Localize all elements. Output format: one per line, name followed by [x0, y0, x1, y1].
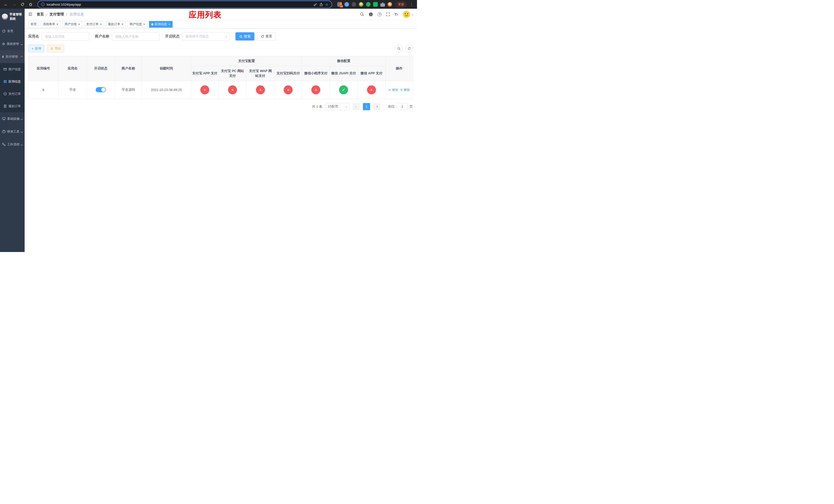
- status-select[interactable]: 请选择开启状态: [182, 32, 230, 41]
- refund-doc-icon: [3, 104, 7, 108]
- refresh-table-button[interactable]: [405, 45, 413, 52]
- browser-profile-avatar[interactable]: [388, 2, 392, 7]
- github-icon[interactable]: [369, 12, 373, 17]
- delete-link[interactable]: 删除: [400, 88, 410, 92]
- page-size-select[interactable]: 10条/页: [326, 103, 350, 110]
- col-header-wx-app: 微信 APP 支付: [357, 66, 386, 81]
- tab-refund-order[interactable]: 退款订单×: [106, 21, 126, 28]
- close-icon[interactable]: ×: [168, 23, 170, 26]
- group-header-wechat: 微信配置: [302, 56, 386, 66]
- extension-icon[interactable]: 10: [337, 2, 342, 7]
- yen-icon: ¥: [2, 55, 4, 59]
- col-header-alipay-wap: 支付宝 WAP 网站支付: [246, 66, 274, 81]
- app-name-input[interactable]: [42, 32, 89, 41]
- extension-icon[interactable]: [366, 2, 371, 7]
- sidebar-collapse-button[interactable]: [28, 12, 32, 17]
- chevron-down-icon: [21, 43, 23, 45]
- export-button[interactable]: 导出: [47, 45, 64, 52]
- pagination: 共 1 条 10条/页 1 前往 页: [28, 103, 413, 110]
- tab-pay-order[interactable]: 支付订单×: [84, 21, 104, 28]
- browser-menu-icon[interactable]: ⋮: [409, 2, 414, 7]
- close-icon[interactable]: ×: [78, 23, 80, 26]
- merchant-name-input[interactable]: [112, 32, 159, 41]
- cell-created: 2021-10-23 08:49:25: [142, 81, 191, 99]
- status-toggle[interactable]: [96, 87, 106, 92]
- breadcrumb-home[interactable]: 首页: [37, 12, 44, 17]
- sidebar-item-app-info[interactable]: 应用信息: [0, 75, 25, 88]
- sidebar-item-system[interactable]: ⚙ 系统管理: [0, 38, 25, 50]
- extension-icon[interactable]: [352, 2, 356, 7]
- breadcrumb-pay[interactable]: 支付管理: [49, 12, 64, 17]
- workflow-icon: [2, 142, 6, 146]
- close-icon[interactable]: ×: [143, 23, 145, 26]
- next-page-button[interactable]: [373, 103, 380, 110]
- goto-page-input[interactable]: [397, 103, 408, 110]
- search-button[interactable]: 搜索: [236, 32, 255, 41]
- bookmark-star-icon[interactable]: ☆: [325, 3, 329, 6]
- share-icon[interactable]: [319, 3, 323, 6]
- browser-update-button[interactable]: 更新: [395, 1, 407, 8]
- chevron-right-icon: [376, 105, 378, 108]
- chevron-down-icon: [21, 131, 23, 133]
- fullscreen-icon[interactable]: [386, 12, 390, 17]
- close-icon[interactable]: ×: [122, 23, 124, 26]
- sidebar-item-pay[interactable]: ¥ 支付管理: [0, 50, 25, 63]
- pencil-icon: [388, 88, 391, 91]
- home-icon: [29, 3, 32, 6]
- caret-down-icon: [412, 13, 414, 15]
- browser-home-button[interactable]: [27, 1, 34, 8]
- browser-back-button[interactable]: ←: [3, 1, 9, 8]
- tab-app-info[interactable]: 应用信息×: [149, 21, 173, 28]
- edit-link[interactable]: 修改: [388, 88, 398, 92]
- close-icon[interactable]: ×: [57, 23, 59, 26]
- sidebar-item-pay-order[interactable]: 支付订单: [0, 88, 25, 100]
- sidebar-item-workflow[interactable]: 工作流程: [0, 138, 25, 151]
- pay-submenu: 商户信息 应用信息 支付订单 退款订单: [0, 63, 25, 112]
- tab-merchant-info[interactable]: 商户信息×: [127, 21, 148, 28]
- help-icon[interactable]: ?: [377, 12, 381, 17]
- menu-fold-icon: [28, 12, 32, 17]
- page-number-active[interactable]: 1: [363, 103, 370, 110]
- password-key-icon[interactable]: [313, 3, 317, 6]
- cell-merchant: 芋道源码: [115, 81, 142, 99]
- extensions-puzzle-icon[interactable]: [380, 2, 385, 7]
- monitor-icon: [2, 117, 6, 120]
- browser-reload-button[interactable]: [19, 1, 26, 8]
- breadcrumb-current: 应用信息: [69, 12, 84, 17]
- sidebar-item-devtools[interactable]: 研发工具: [0, 125, 25, 138]
- sidebar-item-refund-order[interactable]: 退款订单: [0, 100, 25, 112]
- status-badge-alipay-app: ×: [200, 85, 209, 94]
- tab-home[interactable]: 首页: [28, 21, 39, 28]
- extension-icon[interactable]: [345, 2, 349, 7]
- tab-process-form[interactable]: 流程表单×: [41, 21, 61, 28]
- user-avatar-menu[interactable]: [403, 10, 413, 18]
- status-badge-wx-lite: ×: [311, 85, 320, 94]
- search-icon[interactable]: [360, 12, 364, 17]
- reset-button[interactable]: 重置: [257, 32, 276, 41]
- site-info-icon[interactable]: i: [41, 3, 45, 6]
- add-button[interactable]: + 新增: [28, 45, 44, 52]
- logo-avatar: [2, 14, 8, 20]
- browser-forward-button[interactable]: →: [11, 1, 18, 8]
- sidebar-item-merchant-info[interactable]: 商户信息: [0, 63, 25, 75]
- extension-icon[interactable]: [359, 2, 364, 7]
- col-header-alipay-qr: 支付宝扫码支付: [275, 66, 302, 81]
- chevron-down-icon: [21, 118, 23, 120]
- address-bar[interactable]: i localhost:1024/pay/app ☆: [38, 1, 332, 8]
- font-size-icon[interactable]: TT: [394, 12, 398, 16]
- toggle-search-button[interactable]: [395, 45, 403, 52]
- tab-user-group[interactable]: 用户分组×: [62, 21, 83, 28]
- forward-icon: →: [12, 2, 16, 7]
- url-text[interactable]: localhost:1024/pay/app: [47, 3, 311, 6]
- close-icon[interactable]: ×: [100, 23, 102, 26]
- sidebar-item-infra[interactable]: 基础设施: [0, 112, 25, 125]
- status-badge-wx-jsapi: ✓: [339, 85, 348, 94]
- chevron-down-icon: [21, 143, 23, 145]
- extension-icon[interactable]: [373, 2, 378, 7]
- prev-page-button[interactable]: [353, 103, 360, 110]
- status-badge-alipay-wap: ×: [256, 85, 265, 94]
- app-grid-icon: [3, 80, 7, 83]
- sidebar-item-home[interactable]: 首页: [0, 25, 25, 38]
- app-logo[interactable]: 芋道管理系统: [0, 9, 25, 25]
- app-name-label: 应用名: [28, 34, 39, 39]
